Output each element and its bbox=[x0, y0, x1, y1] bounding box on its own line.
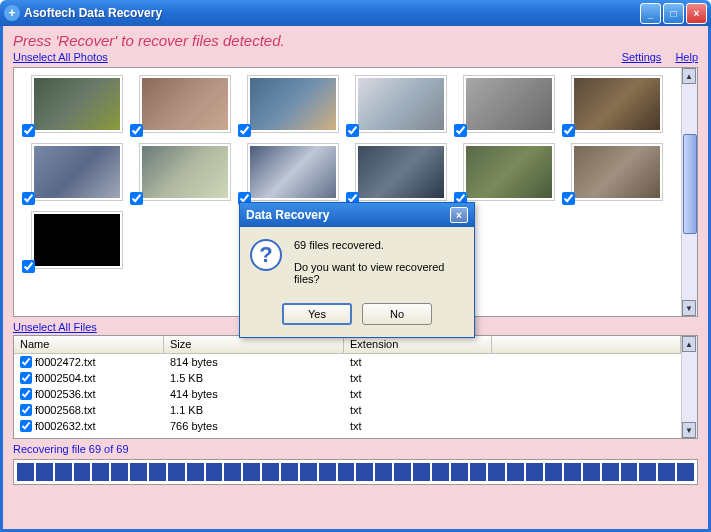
dialog-close-button[interactable]: × bbox=[450, 207, 468, 223]
file-table-header: Name Size Extension bbox=[14, 336, 681, 354]
table-row[interactable]: f0002632.txt766 bytestxt bbox=[14, 418, 681, 434]
progress-block bbox=[262, 463, 279, 481]
scroll-up-icon[interactable]: ▲ bbox=[682, 336, 696, 352]
photo-item[interactable] bbox=[346, 76, 446, 132]
progress-block bbox=[470, 463, 487, 481]
file-extension: txt bbox=[344, 388, 492, 400]
table-row[interactable]: f0002536.txt414 bytestxt bbox=[14, 386, 681, 402]
file-extension: txt bbox=[344, 420, 492, 432]
photo-thumbnail[interactable] bbox=[140, 144, 230, 200]
photo-thumbnail[interactable] bbox=[32, 144, 122, 200]
file-name: f0002536.txt bbox=[35, 388, 96, 400]
file-size: 814 bytes bbox=[164, 356, 344, 368]
table-row[interactable]: f0002568.txt1.1 KBtxt bbox=[14, 402, 681, 418]
photo-checkbox[interactable] bbox=[130, 192, 143, 205]
yes-button[interactable]: Yes bbox=[282, 303, 352, 325]
file-scrollbar[interactable]: ▲ ▼ bbox=[681, 336, 697, 438]
progress-block bbox=[526, 463, 543, 481]
photo-checkbox[interactable] bbox=[22, 124, 35, 137]
column-header-size[interactable]: Size bbox=[164, 336, 344, 353]
photo-thumbnail[interactable] bbox=[32, 76, 122, 132]
help-link[interactable]: Help bbox=[675, 51, 698, 63]
maximize-button[interactable]: □ bbox=[663, 3, 684, 24]
file-name: f0002568.txt bbox=[35, 404, 96, 416]
photo-thumbnail[interactable] bbox=[356, 76, 446, 132]
dialog: Data Recovery × ? 69 files recovered. Do… bbox=[239, 202, 475, 338]
scroll-up-icon[interactable]: ▲ bbox=[682, 68, 696, 84]
photo-checkbox[interactable] bbox=[346, 124, 359, 137]
photo-thumbnail[interactable] bbox=[140, 76, 230, 132]
dialog-title-bar: Data Recovery × bbox=[240, 203, 474, 227]
progress-block bbox=[319, 463, 336, 481]
column-header-extension[interactable]: Extension bbox=[344, 336, 492, 353]
photo-item[interactable] bbox=[454, 76, 554, 132]
photo-thumbnail[interactable] bbox=[356, 144, 446, 200]
photo-checkbox[interactable] bbox=[454, 124, 467, 137]
photo-checkbox[interactable] bbox=[562, 124, 575, 137]
photo-checkbox[interactable] bbox=[22, 260, 35, 273]
progress-block bbox=[451, 463, 468, 481]
settings-link[interactable]: Settings bbox=[622, 51, 662, 63]
photo-thumbnail[interactable] bbox=[572, 144, 662, 200]
photo-thumbnail[interactable] bbox=[248, 144, 338, 200]
file-size: 766 bytes bbox=[164, 420, 344, 432]
photo-item[interactable] bbox=[454, 144, 554, 200]
window-controls: _ □ × bbox=[640, 3, 707, 24]
photo-item[interactable] bbox=[130, 76, 230, 132]
photo-item[interactable] bbox=[562, 144, 662, 200]
file-checkbox[interactable] bbox=[20, 372, 32, 384]
photo-thumbnail[interactable] bbox=[32, 212, 122, 268]
photo-item[interactable] bbox=[238, 144, 338, 200]
dialog-body: ? 69 files recovered. Do you want to vie… bbox=[240, 227, 474, 303]
progress-block bbox=[243, 463, 260, 481]
dialog-text: 69 files recovered. Do you want to view … bbox=[294, 239, 464, 295]
file-checkbox[interactable] bbox=[20, 356, 32, 368]
photo-item[interactable] bbox=[238, 76, 338, 132]
photo-item[interactable] bbox=[22, 76, 122, 132]
photo-item[interactable] bbox=[130, 144, 230, 200]
file-name: f0002504.txt bbox=[35, 372, 96, 384]
table-row[interactable]: f0002504.txt1.5 KBtxt bbox=[14, 370, 681, 386]
scroll-thumb[interactable] bbox=[683, 134, 697, 234]
progress-block bbox=[413, 463, 430, 481]
table-row[interactable]: f0002472.txt814 bytestxt bbox=[14, 354, 681, 370]
unselect-all-files-link[interactable]: Unselect All Files bbox=[13, 321, 97, 333]
window-body: Press 'Recover' to recover files detecte… bbox=[0, 26, 711, 532]
photo-checkbox[interactable] bbox=[22, 192, 35, 205]
progress-block bbox=[92, 463, 109, 481]
no-button[interactable]: No bbox=[362, 303, 432, 325]
progress-block bbox=[564, 463, 581, 481]
photo-thumbnail[interactable] bbox=[464, 144, 554, 200]
progress-block bbox=[602, 463, 619, 481]
photo-item[interactable] bbox=[22, 212, 122, 268]
status-text: Recovering file 69 of 69 bbox=[13, 443, 698, 455]
photo-item[interactable] bbox=[562, 76, 662, 132]
file-checkbox[interactable] bbox=[20, 420, 32, 432]
photo-checkbox[interactable] bbox=[238, 124, 251, 137]
unselect-all-photos-link[interactable]: Unselect All Photos bbox=[13, 51, 108, 63]
photo-checkbox[interactable] bbox=[562, 192, 575, 205]
photo-scrollbar[interactable]: ▲ ▼ bbox=[681, 68, 697, 316]
photo-thumbnail[interactable] bbox=[464, 76, 554, 132]
scroll-down-icon[interactable]: ▼ bbox=[682, 422, 696, 438]
question-icon: ? bbox=[250, 239, 282, 271]
file-size: 1.1 KB bbox=[164, 404, 344, 416]
progress-block bbox=[394, 463, 411, 481]
photo-item[interactable] bbox=[346, 144, 446, 200]
minimize-button[interactable]: _ bbox=[640, 3, 661, 24]
column-header-name[interactable]: Name bbox=[14, 336, 164, 353]
photo-thumbnail[interactable] bbox=[248, 76, 338, 132]
photo-item[interactable] bbox=[22, 144, 122, 200]
file-checkbox[interactable] bbox=[20, 404, 32, 416]
file-checkbox[interactable] bbox=[20, 388, 32, 400]
progress-block bbox=[281, 463, 298, 481]
photo-checkbox[interactable] bbox=[130, 124, 143, 137]
progress-block bbox=[187, 463, 204, 481]
photo-thumbnail[interactable] bbox=[572, 76, 662, 132]
file-rows: f0002472.txt814 bytestxtf0002504.txt1.5 … bbox=[14, 354, 681, 434]
progress-block bbox=[507, 463, 524, 481]
dialog-message-2: Do you want to view recovered files? bbox=[294, 261, 464, 285]
scroll-down-icon[interactable]: ▼ bbox=[682, 300, 696, 316]
close-button[interactable]: × bbox=[686, 3, 707, 24]
progress-block bbox=[677, 463, 694, 481]
